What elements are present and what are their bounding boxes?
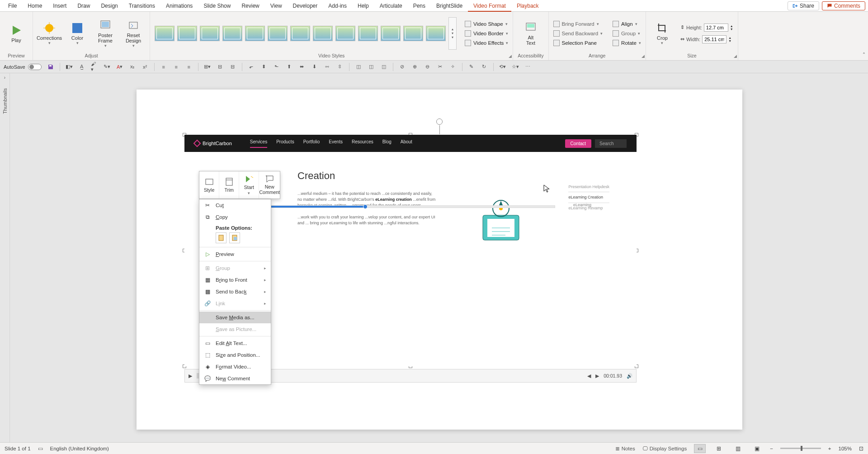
tab-video-format[interactable]: Video Format	[468, 0, 511, 12]
qat-button[interactable]: ✧	[449, 63, 457, 71]
play-button[interactable]: Play	[5, 24, 28, 43]
align-left-icon[interactable]: ≡	[160, 63, 167, 71]
color-button[interactable]: Color▾	[66, 22, 89, 45]
qat-button[interactable]: 🖌▾	[91, 63, 98, 71]
video-style-thumb[interactable]	[268, 26, 288, 41]
align-right-icon[interactable]: ≡	[185, 63, 193, 71]
tab-slide-show[interactable]: Slide Show	[198, 0, 236, 12]
selection-pane-button[interactable]: Selection Pane	[553, 39, 603, 47]
qat-button[interactable]: ⊞▾	[204, 63, 211, 71]
group-button[interactable]: Group▾	[613, 29, 641, 38]
qat-button[interactable]: ✎	[468, 63, 475, 71]
tab-draw[interactable]: Draw	[72, 0, 95, 12]
comments-button[interactable]: Comments	[822, 1, 865, 10]
ctx-bring-to-front[interactable]: ▦Bring to Front▸	[199, 274, 271, 286]
rotation-handle[interactable]	[436, 118, 443, 125]
poster-frame-button[interactable]: Poster Frame▾	[94, 19, 117, 48]
ctx-preview[interactable]: ▷Preview	[199, 248, 271, 260]
display-settings-button[interactable]: 🖵Display Settings	[642, 446, 687, 451]
qat-button[interactable]: ✎▾	[104, 63, 111, 71]
autosave-toggle[interactable]: AutoSave	[4, 64, 42, 70]
ctx-format-video[interactable]: ◈Format Video...	[199, 361, 271, 373]
tab-developer[interactable]: Developer	[288, 0, 323, 12]
tab-add-ins[interactable]: Add-ins	[323, 0, 352, 12]
view-sorter-button[interactable]: ⊞	[713, 444, 725, 453]
reset-design-button[interactable]: Reset Design▾	[122, 19, 145, 48]
tab-articulate[interactable]: Articulate	[374, 0, 408, 12]
qat-button[interactable]: ⊕	[411, 63, 419, 71]
video-style-thumb[interactable]	[155, 26, 175, 41]
video-style-thumb[interactable]	[313, 26, 333, 41]
align-obj-center-icon[interactable]: ⬍	[260, 63, 268, 71]
qat-more-icon[interactable]: ⋯	[524, 63, 532, 71]
qat-button[interactable]: A▾	[116, 63, 123, 71]
tab-animations[interactable]: Animations	[160, 0, 198, 12]
ctx-save-media[interactable]: Save Media as...	[199, 312, 271, 323]
video-step-fwd-button[interactable]: ▶	[595, 373, 599, 378]
zoom-out-button[interactable]: −	[770, 446, 773, 451]
video-style-thumb[interactable]	[245, 26, 265, 41]
ctx-edit-alt-text[interactable]: ▭Edit Alt Text...	[199, 337, 271, 349]
qat-button[interactable]: ⊖	[424, 63, 431, 71]
ribbon-collapse-button[interactable]: ˄	[863, 52, 865, 58]
qat-button[interactable]: ⊘	[399, 63, 406, 71]
fit-window-button[interactable]: ⊡	[859, 445, 863, 452]
zoom-slider[interactable]	[780, 448, 821, 449]
tab-file[interactable]: File	[3, 0, 22, 12]
group-launcher-arrange[interactable]: ◢	[642, 54, 645, 58]
video-style-thumb[interactable]	[358, 26, 378, 41]
crop-qat-icon[interactable]: ✂	[437, 63, 444, 71]
tab-view[interactable]: View	[265, 0, 288, 12]
width-spinner[interactable]: ▲▼	[728, 36, 731, 43]
tab-transitions[interactable]: Transitions	[123, 0, 160, 12]
save-icon[interactable]	[47, 63, 54, 71]
rotate-button[interactable]: Rotate▾	[613, 39, 641, 47]
qat-button[interactable]: ⊟	[229, 63, 236, 71]
tab-review[interactable]: Review	[236, 0, 264, 12]
mini-style-button[interactable]: Style	[199, 171, 219, 199]
paste-option-1[interactable]	[216, 232, 226, 243]
align-obj-middle-icon[interactable]: ⬌	[298, 63, 306, 71]
ctx-send-to-back[interactable]: ▩Send to Back▸	[199, 286, 271, 298]
ctx-copy[interactable]: ⧉Copy	[199, 211, 271, 223]
zoom-in-button[interactable]: +	[828, 446, 831, 451]
mini-start-button[interactable]: Start▾	[239, 171, 259, 199]
group-launcher-size[interactable]: ◢	[734, 54, 737, 58]
video-style-thumb[interactable]	[222, 26, 242, 41]
distribute-v-icon[interactable]: ⇳	[336, 63, 344, 71]
alt-text-button[interactable]: Alt Text	[519, 21, 542, 46]
notes-button[interactable]: ≣Notes	[615, 445, 635, 452]
qat-button[interactable]: ◧▾	[66, 63, 73, 71]
qat-button[interactable]: ◫	[368, 63, 375, 71]
zoom-value[interactable]: 105%	[839, 446, 852, 451]
align-center-icon[interactable]: ≡	[173, 63, 180, 71]
tab-pens[interactable]: Pens	[408, 0, 431, 12]
video-style-thumb[interactable]	[177, 26, 197, 41]
expand-thumbnails-button[interactable]: ›	[4, 75, 5, 80]
video-shape-button[interactable]: Video Shape▾	[465, 20, 508, 28]
tab-home[interactable]: Home	[22, 0, 47, 12]
qat-button[interactable]: ◫	[355, 63, 362, 71]
view-reading-button[interactable]: ▥	[732, 444, 744, 453]
height-spinner[interactable]: ▲▼	[730, 24, 733, 31]
tab-help[interactable]: Help	[352, 0, 374, 12]
slide-canvas[interactable]: BrightCarbon Services Products Portfolio…	[137, 90, 742, 430]
distribute-h-icon[interactable]: ⇿	[324, 63, 331, 71]
qat-button[interactable]: x²	[142, 63, 149, 71]
video-step-back-button[interactable]: ◀	[587, 373, 591, 378]
qat-button[interactable]: ↻	[481, 63, 488, 71]
paste-option-2[interactable]	[229, 232, 240, 243]
accessibility-status-icon[interactable]: ▭	[38, 445, 43, 452]
video-style-thumb[interactable]	[200, 26, 220, 41]
align-obj-bottom-icon[interactable]: ⬇	[311, 63, 318, 71]
group-launcher-styles[interactable]: ◢	[509, 54, 512, 58]
share-button[interactable]: Share	[788, 1, 819, 10]
video-border-button[interactable]: Video Border▾	[465, 29, 508, 38]
video-style-thumb[interactable]	[335, 26, 355, 41]
qat-button[interactable]: ☆▾	[512, 63, 519, 71]
align-obj-right-icon[interactable]: ⬑	[273, 63, 280, 71]
tab-playback[interactable]: Playback	[511, 0, 544, 12]
video-volume-button[interactable]: 🔊	[627, 373, 632, 379]
qat-button[interactable]: ⊟	[217, 63, 224, 71]
video-style-thumb[interactable]	[290, 26, 310, 41]
